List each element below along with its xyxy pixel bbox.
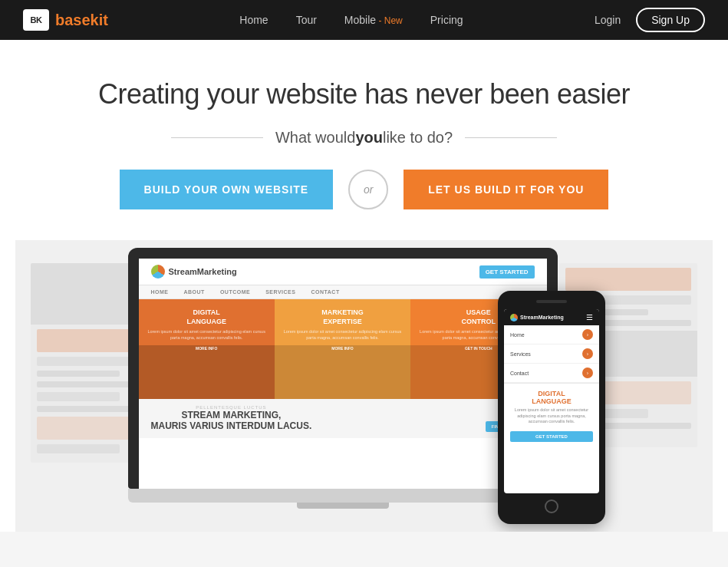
device-showcase: StreamMarketing GET STARTED HOME ABOUT O…	[15, 240, 713, 532]
phone-screen: StreamMarketing ☰ Home › Services ›	[504, 309, 599, 493]
site-card-2: MARKETINGEXPERTISE Lorem ipsum dolor sit…	[275, 299, 410, 399]
logo-text: basekit	[55, 12, 108, 29]
main-headline: Creating your website has never been eas…	[15, 78, 713, 110]
nav-right: Login Sign Up	[595, 8, 705, 32]
logo-icon: BK	[23, 9, 49, 31]
phone-card-text: Lorem ipsum dolor sit amet consectetur a…	[510, 407, 593, 425]
build-for-button[interactable]: LET US BUILD IT FOR YOU	[404, 170, 608, 209]
phone-home-button[interactable]	[545, 499, 558, 513]
phone-nav-home[interactable]: Home ›	[504, 325, 599, 344]
site-nav-bar: HOME ABOUT OUTCOME SERVICES CONTACT	[139, 285, 547, 299]
phone-nav-contact[interactable]: Contact ›	[504, 364, 599, 383]
build-own-button[interactable]: BUILD YOUR OWN WEBSITE	[120, 170, 334, 209]
phone-cta-button[interactable]: GET STARTED	[510, 431, 593, 442]
site-footer-row: PELLENTESQUE LUCTUS STREAM MARKETING,MAU…	[151, 405, 535, 432]
phone-card-title: DIGITALLANGUAGE	[510, 390, 593, 405]
laptop-screen-outer: StreamMarketing GET STARTED HOME ABOUT O…	[128, 248, 558, 489]
login-button[interactable]: Login	[595, 14, 621, 26]
site-footer-title: STREAM MARKETING,MAURIS VARIUS INTERDUM …	[151, 410, 312, 432]
laptop-screen: StreamMarketing GET STARTED HOME ABOUT O…	[139, 259, 547, 489]
phone-nav-arrow-home: ›	[582, 329, 593, 340]
card-2-link: MORE INFO	[282, 346, 403, 351]
or-divider: or	[348, 170, 388, 209]
phone-logo: StreamMarketing	[510, 314, 564, 321]
site-footer-text: PELLENTESQUE LUCTUS STREAM MARKETING,MAU…	[151, 405, 312, 432]
site-hero-cards: DIGITALLANGUAGE Lorem ipsum dolor sit am…	[139, 299, 547, 399]
phone-nav-arrow-contact: ›	[582, 368, 593, 378]
laptop-stand	[297, 503, 389, 509]
site-nav-outcome: OUTCOME	[220, 289, 250, 295]
card-1-text: Lorem ipsum dolor sit amet consectetur a…	[147, 329, 267, 341]
laptop-mockup: StreamMarketing GET STARTED HOME ABOUT O…	[128, 248, 558, 509]
site-logo-circle	[151, 265, 165, 279]
nav-pricing[interactable]: Pricing	[430, 14, 463, 26]
phone-nav: Home › Services › Contact ›	[504, 325, 599, 384]
laptop-base	[128, 489, 558, 503]
phone-speaker	[536, 300, 567, 303]
site-nav-contact: CONTACT	[311, 289, 339, 295]
phone-outer: StreamMarketing ☰ Home › Services ›	[498, 291, 605, 524]
cta-row: BUILD YOUR OWN WEBSITE or LET US BUILD I…	[15, 170, 713, 209]
phone-site-header: StreamMarketing ☰	[504, 309, 599, 325]
nav-tour[interactable]: Tour	[296, 14, 317, 26]
main-nav: Home Tour Mobile - New Pricing	[239, 14, 463, 26]
card-1-title: DIGITALLANGUAGE	[147, 308, 267, 326]
site-logo-text: StreamMarketing	[169, 267, 237, 276]
site-logo: StreamMarketing	[151, 265, 237, 279]
nav-home[interactable]: Home	[239, 14, 268, 26]
card-2-title: MARKETINGEXPERTISE	[282, 308, 403, 326]
subheadline: What would you like to do?	[15, 129, 713, 147]
logo-area: BK basekit	[23, 9, 108, 31]
site-footer: PELLENTESQUE LUCTUS STREAM MARKETING,MAU…	[139, 399, 547, 438]
main-header: BK basekit Home Tour Mobile - New Pricin…	[0, 0, 728, 40]
site-nav-home: HOME	[151, 289, 169, 295]
nav-mobile[interactable]: Mobile - New	[344, 14, 403, 26]
phone-nav-arrow-services: ›	[582, 348, 593, 359]
site-cta-button[interactable]: GET STARTED	[479, 265, 535, 279]
phone-logo-text: StreamMarketing	[520, 315, 564, 320]
main-content: Creating your website has never been eas…	[0, 40, 728, 532]
phone-nav-services[interactable]: Services ›	[504, 344, 599, 364]
phone-menu-icon[interactable]: ☰	[586, 313, 593, 321]
phone-mockup: StreamMarketing ☰ Home › Services ›	[498, 291, 605, 524]
signup-button[interactable]: Sign Up	[636, 8, 705, 32]
site-card-1: DIGITALLANGUAGE Lorem ipsum dolor sit am…	[139, 299, 275, 399]
phone-content: DIGITALLANGUAGE Lorem ipsum dolor sit am…	[504, 384, 599, 448]
site-header: StreamMarketing GET STARTED	[139, 259, 547, 285]
card-1-link: MORE INFO	[147, 346, 267, 351]
phone-logo-circle	[510, 314, 518, 321]
site-nav-services: SERVICES	[265, 289, 295, 295]
site-nav-about: ABOUT	[184, 289, 205, 295]
card-2-text: Lorem ipsum dolor sit amet consectetur a…	[282, 329, 403, 341]
